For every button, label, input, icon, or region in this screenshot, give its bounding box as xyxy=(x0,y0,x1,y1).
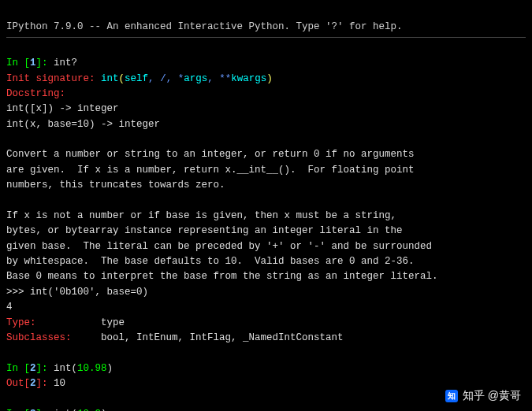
in-prompt: In [1]: xyxy=(6,57,54,68)
docstring-label: Docstring: xyxy=(6,88,65,99)
cell-3: In [3]: int(10.3) Out[3]: 10 xyxy=(6,407,526,411)
in-prompt: In [2]: xyxy=(6,363,54,374)
cell-1: In [1]: int? Init signature: int(self, /… xyxy=(6,56,526,346)
output-value: 10 xyxy=(54,378,65,389)
docstring-example-result: 4 xyxy=(6,302,13,313)
init-signature-label: Init signature: xyxy=(6,73,95,84)
zhihu-icon: 知 xyxy=(445,390,458,402)
docstring-line: Convert a number or string to an integer… xyxy=(6,149,415,160)
docstring-line: If x is not a number or if base is given… xyxy=(6,210,396,221)
docstring-line: int(x, base=10) -> integer xyxy=(6,119,160,130)
docstring-line: int([x]) -> integer xyxy=(6,103,119,114)
input-code: int(10.98) xyxy=(54,363,113,374)
docstring-line: bytes, or bytearray instance representin… xyxy=(6,225,403,236)
docstring-example: >>> int('0b100', base=0) xyxy=(6,287,148,298)
out-prompt: Out[2]: xyxy=(6,378,54,389)
ipython-banner: IPython 7.9.0 -- An enhanced Interactive… xyxy=(6,20,526,37)
subclasses-label: Subclasses: xyxy=(6,332,72,343)
attribution-text: 知乎 @黄哥 xyxy=(463,387,521,405)
terminal-output[interactable]: IPython 7.9.0 -- An enhanced Interactive… xyxy=(0,0,532,411)
subclasses-value: bool, IntEnum, IntFlag, _NamedIntConstan… xyxy=(101,332,344,343)
docstring-line: Base 0 means to interpret the base from … xyxy=(6,271,438,282)
input-code: int? xyxy=(54,57,77,68)
docstring-line: numbers, this truncates towards zero. xyxy=(6,180,225,191)
docstring-line: are given. If x is a number, return x.__… xyxy=(6,165,415,176)
attribution-watermark: 知 知乎 @黄哥 xyxy=(445,387,521,405)
type-label: Type: xyxy=(6,317,36,328)
docstring-line: by whitespace. The base defaults to 10. … xyxy=(6,256,415,267)
docstring-line: given base. The literal can be preceded … xyxy=(6,241,432,252)
type-value: type xyxy=(101,317,125,328)
